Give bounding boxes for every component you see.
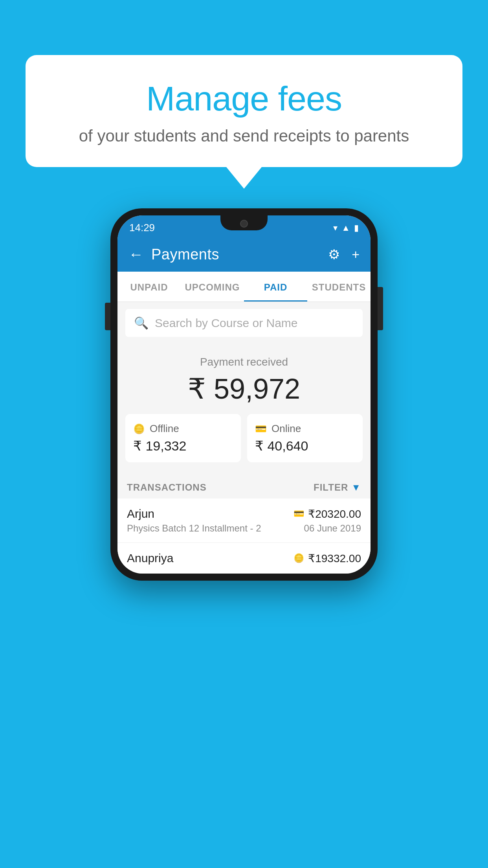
speech-bubble-subtitle: of your students and send receipts to pa… xyxy=(57,127,431,145)
payment-summary: Payment received ₹ 59,972 🪙 Offline ₹ 19… xyxy=(117,344,371,474)
transaction-name: Arjun xyxy=(127,507,154,520)
filter-button[interactable]: FILTER ▼ xyxy=(314,482,361,493)
transactions-label: TRANSACTIONS xyxy=(127,482,207,493)
payment-cards: 🪙 Offline ₹ 19,332 💳 Online ₹ 40,640 xyxy=(125,414,363,462)
offline-label: Offline xyxy=(150,423,179,435)
settings-icon[interactable]: ⚙ xyxy=(328,246,340,262)
transaction-row-top-2: Anupriya 🪙 ₹19332.00 xyxy=(127,552,361,565)
transactions-header: TRANSACTIONS FILTER ▼ xyxy=(117,474,371,498)
transaction-detail: Physics Batch 12 Installment - 2 xyxy=(127,523,261,534)
offline-card-header: 🪙 Offline xyxy=(133,423,233,435)
transaction-amount-2: ₹19332.00 xyxy=(308,552,361,565)
transaction-amount: ₹20320.00 xyxy=(308,508,361,520)
transaction-date: 06 June 2019 xyxy=(304,523,361,534)
tab-students[interactable]: STUDENTS xyxy=(307,272,371,302)
header-left: ← Payments xyxy=(128,246,219,263)
tab-unpaid[interactable]: UNPAID xyxy=(117,272,181,302)
tab-upcoming[interactable]: UPCOMING xyxy=(181,272,244,302)
transaction-row[interactable]: Arjun 💳 ₹20320.00 Physics Batch 12 Insta… xyxy=(117,498,371,543)
online-card-header: 💳 Online xyxy=(255,423,355,435)
online-amount: ₹ 40,640 xyxy=(255,438,355,454)
transaction-row-top: Arjun 💳 ₹20320.00 xyxy=(127,507,361,520)
transaction-amount-wrap-2: 🪙 ₹19332.00 xyxy=(294,552,361,565)
transaction-row-bottom: Physics Batch 12 Installment - 2 06 June… xyxy=(127,523,361,534)
tabs-bar: UNPAID UPCOMING PAID STUDENTS xyxy=(117,272,371,302)
filter-icon: ▼ xyxy=(351,482,361,493)
transaction-name-2: Anupriya xyxy=(127,552,173,565)
tab-paid[interactable]: PAID xyxy=(244,272,307,302)
signal-icon: ▲ xyxy=(341,223,350,233)
offline-amount: ₹ 19,332 xyxy=(133,438,233,454)
status-time: 14:29 xyxy=(129,222,155,234)
phone-screen: 14:29 ▾ ▲ ▮ ← Payments ⚙ + xyxy=(117,215,371,574)
payment-total-amount: ₹ 59,972 xyxy=(125,372,363,405)
offline-payment-icon: 🪙 xyxy=(133,423,145,434)
online-payment-icon: 💳 xyxy=(255,423,267,434)
filter-label: FILTER xyxy=(314,482,348,493)
online-card: 💳 Online ₹ 40,640 xyxy=(247,414,363,462)
transaction-row[interactable]: Anupriya 🪙 ₹19332.00 xyxy=(117,543,371,574)
back-button[interactable]: ← xyxy=(128,246,143,263)
cash-payment-icon: 🪙 xyxy=(294,553,304,563)
speech-bubble: Manage fees of your students and send re… xyxy=(26,55,462,167)
phone-notch xyxy=(220,215,268,230)
speech-bubble-container: Manage fees of your students and send re… xyxy=(26,55,462,189)
search-box[interactable]: 🔍 Search by Course or Name xyxy=(125,309,363,337)
card-payment-icon: 💳 xyxy=(294,509,304,519)
phone-outer-shell: 14:29 ▾ ▲ ▮ ← Payments ⚙ + xyxy=(110,208,378,581)
header-right: ⚙ + xyxy=(328,246,360,262)
phone-mockup: 14:29 ▾ ▲ ▮ ← Payments ⚙ + xyxy=(110,208,378,581)
status-icons: ▾ ▲ ▮ xyxy=(333,223,359,233)
online-label: Online xyxy=(272,423,301,435)
header-title: Payments xyxy=(151,246,219,263)
speech-bubble-title: Manage fees xyxy=(57,79,431,119)
phone-camera xyxy=(240,220,248,228)
search-input[interactable]: Search by Course or Name xyxy=(155,316,298,330)
wifi-icon: ▾ xyxy=(333,223,338,233)
app-header: ← Payments ⚙ + xyxy=(117,237,371,272)
search-icon: 🔍 xyxy=(134,316,149,330)
transaction-amount-wrap: 💳 ₹20320.00 xyxy=(294,508,361,520)
search-container: 🔍 Search by Course or Name xyxy=(117,302,371,344)
add-icon[interactable]: + xyxy=(352,247,360,262)
speech-bubble-arrow xyxy=(226,167,262,189)
battery-icon: ▮ xyxy=(354,223,359,233)
offline-card: 🪙 Offline ₹ 19,332 xyxy=(125,414,241,462)
payment-received-label: Payment received xyxy=(125,356,363,368)
